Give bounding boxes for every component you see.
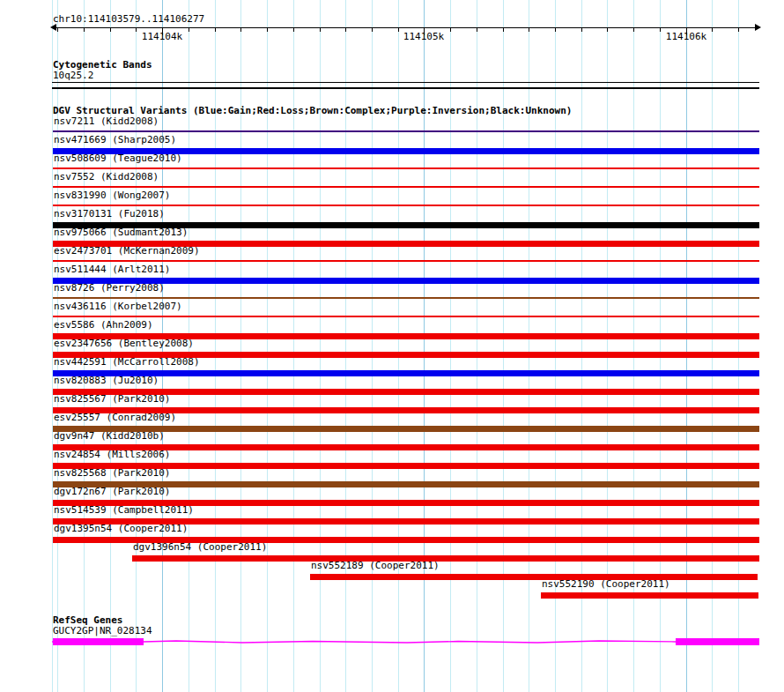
variant-label: nsv552189 (Cooper2011) <box>311 561 440 571</box>
ruler-minor-tick <box>581 27 582 32</box>
variant-label: nsv831990 (Wong2007) <box>54 190 170 201</box>
variant-row: nsv7211 (Kidd2008) <box>0 115 784 134</box>
variant-label: esv5586 (Ahn2009) <box>54 320 153 331</box>
ruler-minor-tick <box>503 27 504 32</box>
variant-bar[interactable] <box>53 186 759 188</box>
variant-label: nsv511444 (Arlt2011) <box>54 264 170 275</box>
variant-row: nsv7552 (Kidd2008) <box>0 171 784 190</box>
variant-label: nsv975066 (Sudmant2013) <box>54 227 188 238</box>
ruler-minor-tick <box>215 27 216 32</box>
variant-label: esv2347656 (Bentley2008) <box>54 339 194 349</box>
ruler-minor-tick <box>110 27 111 32</box>
variant-bar[interactable] <box>53 316 759 317</box>
cytoband-box-top-line <box>52 82 759 83</box>
variant-row: dgv1395n54 (Cooper2011) <box>0 523 784 541</box>
variant-row: nsv975066 (Sudmant2013) <box>0 227 784 245</box>
variant-row: esv5586 (Ahn2009) <box>0 319 784 338</box>
variant-label: nsv7211 (Kidd2008) <box>54 116 159 127</box>
variant-row: nsv436116 (Korbel2007) <box>0 301 784 319</box>
variant-bar[interactable] <box>53 260 759 262</box>
variant-row: nsv471669 (Sharp2005) <box>0 134 784 153</box>
variant-row: nsv552189 (Cooper2011) <box>0 560 784 578</box>
variant-row: nsv825567 (Park2010) <box>0 393 784 412</box>
variant-row: nsv511444 (Arlt2011) <box>0 264 784 282</box>
variant-label: nsv825567 (Park2010) <box>54 394 170 405</box>
variant-label: nsv825568 (Park2010) <box>54 468 170 479</box>
ruler-minor-tick <box>398 27 399 32</box>
variant-row: dgv1396n54 (Cooper2011) <box>0 541 784 560</box>
variant-row: nsv831990 (Wong2007) <box>0 190 784 208</box>
variant-row: nsv820883 (Ju2010) <box>0 375 784 393</box>
ruler-minor-tick <box>477 27 477 32</box>
ruler-minor-tick <box>320 27 321 32</box>
variant-bar[interactable] <box>53 297 759 299</box>
ruler-minor-tick <box>660 27 661 32</box>
variant-label: nsv471669 (Sharp2005) <box>54 135 176 145</box>
ruler-arrow-right-icon <box>755 24 761 31</box>
ruler-minor-tick <box>607 27 608 32</box>
genome-browser-view: chr10:114103579..114106277 114104k114105… <box>0 0 784 692</box>
variant-row: nsv552190 (Cooper2011) <box>0 578 784 597</box>
variant-label: nsv508609 (Teague2010) <box>54 153 182 164</box>
variant-row: nsv508609 (Teague2010) <box>0 153 784 171</box>
variant-label: esv2473701 (McKernan2009) <box>54 246 200 257</box>
variant-label: dgv9n47 (Kidd2010b) <box>54 431 165 442</box>
variant-row: esv2473701 (McKernan2009) <box>0 245 784 264</box>
variant-label: nsv820883 (Ju2010) <box>54 376 159 386</box>
ruler-coordinate-label: 114104k <box>142 32 182 42</box>
ruler-minor-tick <box>555 27 556 32</box>
variant-row: dgv9n47 (Kidd2010b) <box>0 430 784 449</box>
ruler-minor-tick <box>267 27 268 32</box>
gene-exon[interactable] <box>676 638 759 645</box>
variant-label: esv25557 (Conrad2009) <box>54 413 176 423</box>
ruler-minor-tick <box>136 27 137 32</box>
variant-row: nsv8726 (Perry2008) <box>0 282 784 301</box>
ruler-coordinate-label: 114105k <box>403 32 444 42</box>
variant-bar[interactable] <box>53 205 759 206</box>
ruler-minor-tick <box>450 27 451 32</box>
ruler-minor-tick <box>633 27 634 32</box>
variant-label: nsv552190 (Cooper2011) <box>542 579 670 590</box>
region-title: chr10:114103579..114106277 <box>53 14 204 25</box>
ruler-minor-tick <box>57 27 58 32</box>
variant-label: nsv442591 (McCarroll2008) <box>54 357 200 368</box>
variant-bar[interactable] <box>541 592 758 599</box>
variant-label: nsv24854 (Mills2006) <box>54 450 170 460</box>
variant-row: nsv24854 (Mills2006) <box>0 449 784 467</box>
refseq-gene-label: GUCY2GP|NR_028134 <box>53 626 152 636</box>
ruler-minor-tick <box>345 27 346 32</box>
ruler-minor-tick <box>240 27 241 32</box>
variant-row: nsv442591 (McCarroll2008) <box>0 356 784 375</box>
variant-label: nsv8726 (Perry2008) <box>54 283 165 294</box>
variant-label: dgv1396n54 (Cooper2011) <box>133 542 267 553</box>
variant-label: nsv514539 (Campbell2011) <box>54 505 194 516</box>
variant-label: nsv3170131 (Fu2018) <box>54 209 165 220</box>
variant-label: nsv7552 (Kidd2008) <box>54 172 159 182</box>
ruler-minor-tick <box>712 27 713 32</box>
variant-row: esv25557 (Conrad2009) <box>0 412 784 430</box>
ruler-minor-tick <box>372 27 373 32</box>
ruler-minor-tick <box>529 27 529 32</box>
variant-label: dgv1395n54 (Cooper2011) <box>54 524 188 534</box>
variant-label: dgv172n67 (Park2010) <box>54 487 170 497</box>
cytoband-name: 10q25.2 <box>53 71 93 81</box>
ruler-minor-tick <box>189 27 189 32</box>
ruler-axis <box>55 27 756 28</box>
ruler-minor-tick <box>738 27 739 32</box>
variant-bar[interactable] <box>53 167 759 169</box>
variant-bar[interactable] <box>53 130 759 132</box>
variant-row: dgv172n67 (Park2010) <box>0 486 784 504</box>
variant-row: nsv3170131 (Fu2018) <box>0 208 784 227</box>
ruler-minor-tick <box>84 27 85 32</box>
ruler-minor-tick <box>293 27 294 32</box>
variant-row: nsv825568 (Park2010) <box>0 467 784 486</box>
variant-row: nsv514539 (Campbell2011) <box>0 504 784 523</box>
gene-exon[interactable] <box>53 638 144 645</box>
cytoband-box-bottom-line <box>52 87 759 89</box>
ruler-coordinate-label: 114106k <box>666 32 706 42</box>
variant-row: esv2347656 (Bentley2008) <box>0 338 784 356</box>
variant-label: nsv436116 (Korbel2007) <box>54 301 182 312</box>
